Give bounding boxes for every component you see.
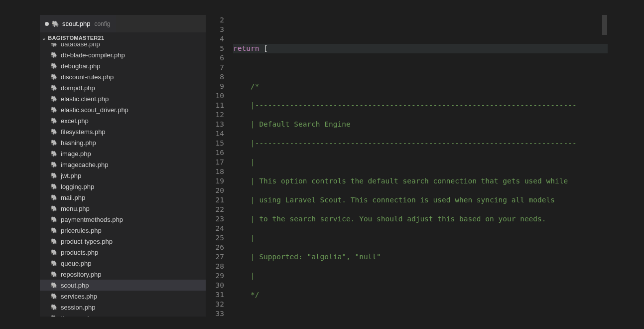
file-item[interactable]: 🐘services.php	[40, 291, 206, 302]
code-content[interactable]: return [ /* |---------------------------…	[233, 15, 608, 317]
code-line	[233, 25, 608, 34]
file-item[interactable]: 🐘elastic.scout_driver.php	[40, 104, 206, 115]
project-name: BAGISTOMASTER21	[48, 35, 104, 41]
file-name-label: products.php	[61, 249, 98, 256]
file-item[interactable]: 🐘queue.php	[40, 258, 206, 269]
file-name-label: hashing.php	[61, 139, 96, 147]
line-number: 17	[206, 158, 224, 167]
sidebar: 🐘 scout.php config ⌄ BAGISTOMASTER21 🐘da…	[40, 15, 206, 317]
file-item[interactable]: 🐘filesystems.php	[40, 126, 206, 137]
file-name-label: excel.php	[61, 117, 89, 125]
line-number: 6	[206, 53, 224, 63]
vertical-scrollbar[interactable]	[601, 15, 608, 317]
file-name-label: discount-rules.php	[61, 73, 114, 81]
php-file-icon: 🐘	[51, 107, 58, 113]
line-number: 16	[206, 148, 224, 158]
line-number: 3	[206, 25, 224, 34]
line-number: 20	[206, 186, 224, 195]
scrollbar-thumb[interactable]	[602, 15, 607, 35]
php-file-icon: 🐘	[51, 205, 58, 212]
php-file-icon: 🐘	[51, 140, 58, 146]
line-number: 28	[206, 262, 224, 271]
project-header[interactable]: ⌄ BAGISTOMASTER21	[40, 32, 206, 43]
php-file-icon: 🐘	[52, 20, 59, 27]
file-name-label: session.php	[61, 304, 95, 311]
tab-filename: scout.php	[62, 20, 90, 27]
file-name-label: dompdf.php	[61, 84, 95, 92]
php-file-icon: 🐘	[51, 271, 58, 278]
php-file-icon: 🐘	[51, 304, 58, 311]
file-name-label: services.php	[61, 293, 97, 300]
code-line: |	[233, 271, 608, 281]
line-number: 23	[206, 214, 224, 224]
file-item[interactable]: 🐘themes.php	[40, 313, 206, 317]
file-item[interactable]: 🐘mail.php	[40, 192, 206, 203]
file-name-label: database.php	[61, 43, 100, 48]
file-item[interactable]: 🐘menu.php	[40, 203, 206, 214]
file-item[interactable]: 🐘dompdf.php	[40, 82, 206, 93]
file-name-label: themes.php	[61, 315, 95, 317]
code-line: | This option controls the default searc…	[233, 176, 608, 186]
file-item[interactable]: 🐘imagecache.php	[40, 159, 206, 170]
file-item[interactable]: 🐘discount-rules.php	[40, 71, 206, 82]
line-number: 31	[206, 290, 224, 300]
line-number: 5	[206, 44, 224, 53]
code-line: | using Laravel Scout. This connection i…	[233, 195, 608, 205]
file-item[interactable]: 🐘db-blade-compiler.php	[40, 49, 206, 60]
line-number: 32	[206, 300, 224, 309]
tab-bar: 🐘 scout.php config	[40, 15, 206, 32]
line-number: 12	[206, 110, 224, 120]
line-number: 11	[206, 101, 224, 110]
code-line: |	[233, 158, 608, 167]
editor-tab-scout[interactable]: 🐘 scout.php config	[40, 15, 116, 32]
chevron-down-icon: ⌄	[42, 35, 46, 41]
line-number: 7	[206, 63, 224, 72]
line-number: 21	[206, 195, 224, 205]
code-line: |	[233, 233, 608, 243]
file-name-label: debugbar.php	[61, 62, 101, 70]
line-number: 22	[206, 205, 224, 214]
file-name-label: elastic.scout_driver.php	[61, 106, 129, 114]
file-name-label: db-blade-compiler.php	[61, 51, 125, 59]
file-item[interactable]: 🐘pricerules.php	[40, 225, 206, 236]
file-item[interactable]: 🐘products.php	[40, 247, 206, 258]
file-item[interactable]: 🐘jwt.php	[40, 170, 206, 181]
code-line: /*	[233, 82, 608, 91]
php-file-icon: 🐘	[51, 74, 58, 80]
line-number: 9	[206, 82, 224, 91]
file-name-label: product-types.php	[61, 238, 113, 245]
php-file-icon: 🐘	[51, 249, 58, 256]
php-file-icon: 🐘	[51, 216, 58, 223]
file-item[interactable]: 🐘repository.php	[40, 269, 206, 280]
file-item[interactable]: 🐘debugbar.php	[40, 60, 206, 71]
file-item[interactable]: 🐘hashing.php	[40, 137, 206, 148]
code-line: |---------------------------------------…	[233, 101, 608, 110]
file-item[interactable]: 🐘paymentmethods.php	[40, 214, 206, 225]
file-item[interactable]: 🐘session.php	[40, 302, 206, 313]
file-item[interactable]: 🐘logging.php	[40, 181, 206, 192]
php-file-icon: 🐘	[51, 194, 58, 201]
line-number: 33	[206, 309, 224, 317]
file-name-label: image.php	[61, 150, 91, 158]
file-item[interactable]: 🐘scout.php	[40, 280, 206, 291]
line-number: 2	[206, 15, 224, 25]
file-item[interactable]: 🐘elastic.client.php	[40, 93, 206, 104]
code-editor[interactable]: 2345678910111213141516171819202122232425…	[206, 15, 608, 317]
file-name-label: imagecache.php	[61, 161, 108, 168]
file-item[interactable]: 🐘database.php	[40, 43, 206, 49]
file-name-label: elastic.client.php	[61, 95, 109, 103]
php-file-icon: 🐘	[51, 85, 58, 91]
line-number: 10	[206, 91, 224, 101]
file-explorer-list[interactable]: 🐘database.php🐘db-blade-compiler.php🐘debu…	[40, 43, 206, 317]
file-name-label: filesystems.php	[61, 128, 106, 136]
file-item[interactable]: 🐘image.php	[40, 148, 206, 159]
php-file-icon: 🐘	[51, 162, 58, 168]
code-line: | Supported: "algolia", "null"	[233, 252, 608, 262]
code-line: */	[233, 290, 608, 300]
file-item[interactable]: 🐘excel.php	[40, 115, 206, 126]
code-line	[233, 63, 608, 72]
dirty-indicator-icon	[45, 22, 49, 26]
file-item[interactable]: 🐘product-types.php	[40, 236, 206, 247]
line-number: 24	[206, 224, 224, 233]
line-number: 15	[206, 139, 224, 148]
